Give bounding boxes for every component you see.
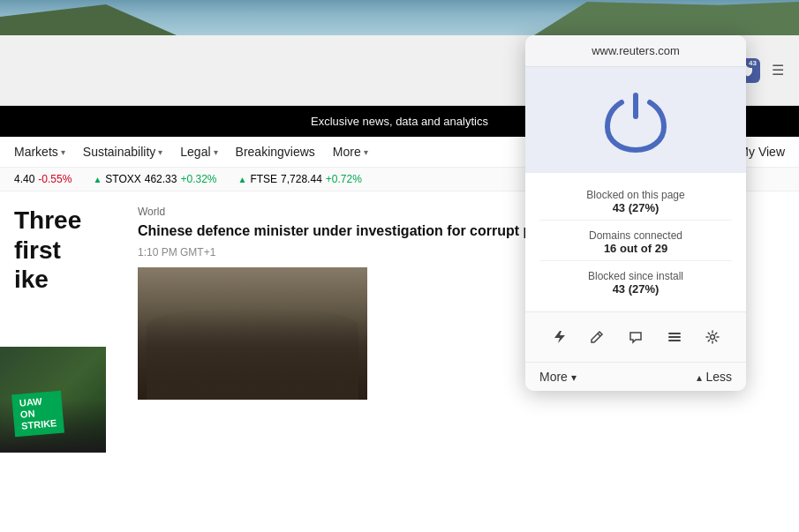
ticker-arrow-3: ▲: [238, 175, 247, 184]
less-button[interactable]: Less: [697, 370, 732, 384]
ticker-arrow-2: ▲: [93, 175, 102, 184]
blocked-since-install-label: Blocked since install: [539, 270, 732, 282]
blocked-on-page-row: Blocked on this page 43 (27%): [539, 184, 732, 221]
settings-icon: [705, 329, 720, 345]
mountain-right: [534, 2, 799, 35]
ticker-item-3: ▲ FTSE 7,728.44 +0.72%: [238, 173, 362, 185]
nav-legal[interactable]: Legal ▾: [180, 145, 217, 159]
nav-more[interactable]: More ▾: [333, 145, 368, 159]
ticker-value-2: 462.33: [145, 173, 177, 185]
more-chevron-icon: [571, 370, 577, 384]
nav-sustainability-chevron: ▾: [158, 147, 162, 157]
browser-menu-button[interactable]: ☰: [765, 58, 790, 83]
lightning-icon: [551, 329, 567, 345]
popup-footer: More Less: [525, 362, 746, 391]
list-icon: [667, 329, 682, 345]
blocked-on-page-value: 43 (27%): [539, 201, 732, 214]
nav-markets-label: Markets: [14, 145, 58, 159]
headline-line-1: Three: [14, 206, 120, 236]
ublock-popup: www.reuters.com Blocked on this page 43 …: [525, 35, 746, 391]
domains-connected-label: Domains connected: [539, 229, 732, 242]
pen-icon: [589, 329, 605, 345]
article-image: [138, 267, 367, 400]
popup-icon-area[interactable]: [525, 67, 746, 173]
svg-point-8: [711, 335, 715, 340]
less-chevron-icon: [697, 370, 702, 384]
ticker-symbol-3: FTSE: [250, 173, 277, 185]
ticker-change-1: -0.55%: [38, 173, 72, 185]
ticker-item-2: ▲ STOXX 462.33 +0.32%: [93, 173, 216, 185]
domains-connected-value: 16 out of 29: [539, 242, 732, 255]
mountain-background: [0, 0, 799, 35]
nav-legal-label: Legal: [180, 145, 210, 159]
more-label: More: [539, 370, 568, 384]
toolbar-settings-button[interactable]: [697, 321, 728, 353]
more-button[interactable]: More: [539, 370, 577, 384]
big-headline: Three first ike: [14, 206, 120, 295]
mountain-left: [0, 4, 177, 35]
popup-toolbar: [525, 311, 746, 362]
toolbar-lightning-button[interactable]: [543, 321, 575, 353]
headline-line-2: first: [14, 236, 120, 266]
nav-more-label: More: [333, 145, 361, 159]
banner-text: Exclusive news, data and analytics: [311, 115, 488, 128]
toolbar-pen-button[interactable]: [581, 321, 613, 353]
blocked-since-install-value: 43 (27%): [539, 282, 732, 296]
ticker-change-3: +0.72%: [326, 173, 362, 185]
nav-breakingviews-label: Breakingviews: [236, 145, 315, 159]
nav-breakingviews[interactable]: Breakingviews: [236, 145, 315, 159]
popup-domain: www.reuters.com: [592, 44, 680, 57]
svg-rect-6: [668, 336, 681, 338]
svg-rect-7: [668, 340, 681, 341]
extension-badge: 43: [746, 59, 759, 68]
popup-header: www.reuters.com: [525, 35, 746, 67]
ticker-item-1: 4.40 -0.55%: [14, 173, 72, 185]
toolbar-chat-button[interactable]: [620, 321, 652, 353]
nav-markets-chevron: ▾: [61, 147, 65, 157]
svg-rect-5: [668, 333, 681, 334]
nav-markets[interactable]: Markets ▾: [14, 145, 65, 159]
chat-icon: [628, 329, 644, 345]
blocked-on-page-label: Blocked on this page: [539, 189, 732, 201]
popup-stats: Blocked on this page 43 (27%) Domains co…: [525, 173, 746, 311]
nav-more-chevron: ▾: [364, 147, 368, 157]
headline-line-3: ike: [14, 265, 120, 295]
blocked-since-install-row: Blocked since install 43 (27%): [539, 265, 732, 301]
ticker-symbol-2: STOXX: [105, 173, 140, 185]
less-label: Less: [705, 370, 732, 384]
nav-sustainability-label: Sustainability: [83, 145, 156, 159]
strike-image: UAWONSTRIKE: [0, 347, 106, 453]
power-icon: [600, 85, 671, 155]
ticker-change-2: +0.32%: [180, 173, 216, 185]
nav-sustainability[interactable]: Sustainability ▾: [83, 145, 163, 159]
domains-connected-row: Domains connected 16 out of 29: [539, 224, 732, 261]
uaw-sign: UAWONSTRIKE: [11, 391, 64, 437]
nav-legal-chevron: ▾: [214, 147, 218, 157]
ticker-value-3: 7,728.44: [281, 173, 322, 185]
ticker-value-1: 4.40: [14, 173, 34, 185]
toolbar-list-button[interactable]: [659, 321, 690, 353]
